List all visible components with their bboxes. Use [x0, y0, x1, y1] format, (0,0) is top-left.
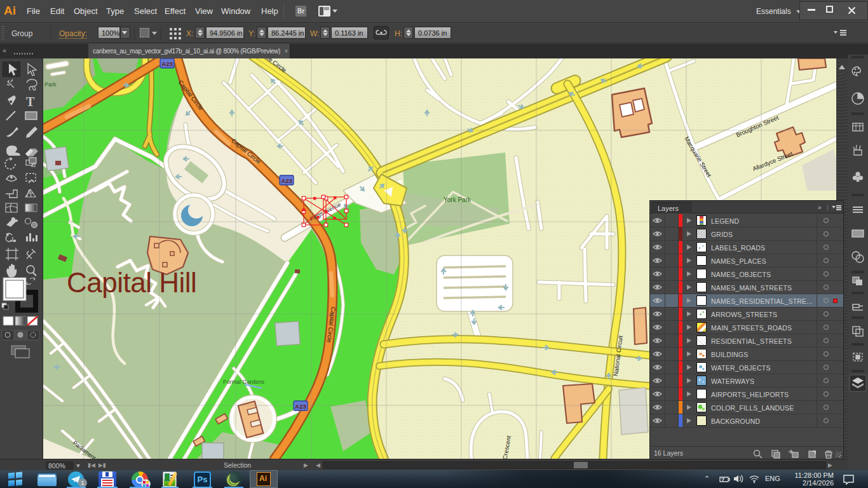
svg-text:A23: A23	[161, 60, 172, 67]
svg-text:A23: A23	[281, 177, 292, 184]
svg-text:A23: A23	[295, 403, 306, 410]
svg-text:Park: Park	[44, 81, 57, 88]
svg-text:Formal Gardens: Formal Gardens	[223, 379, 265, 385]
svg-text:T: T	[26, 95, 35, 109]
svg-text:York Park: York Park	[444, 196, 471, 203]
svg-text:Capital Hill: Capital Hill	[67, 267, 196, 298]
